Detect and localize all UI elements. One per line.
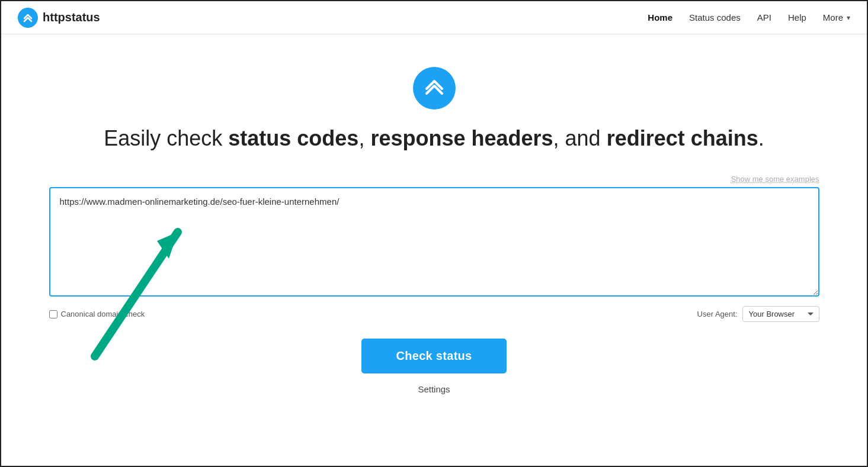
hero-title: Easily check status codes, response head… [104, 126, 764, 151]
nav-link-api[interactable]: API [757, 12, 771, 22]
nav-links: Home Status codes API Help More ▾ [648, 12, 850, 23]
options-row: Canonical domain check User Agent: Your … [49, 306, 819, 322]
brand-name: httpstatus [43, 11, 100, 24]
nav-link-status-codes[interactable]: Status codes [689, 12, 741, 22]
canonical-check-label[interactable]: Canonical domain check [49, 310, 145, 318]
hero-title-end: . [758, 126, 764, 150]
hero-section: Easily check status codes, response head… [1, 34, 867, 175]
canonical-checkbox[interactable] [49, 310, 57, 318]
nav-link-more[interactable]: More ▾ [823, 12, 850, 22]
check-status-button[interactable]: Check status [361, 339, 506, 373]
brand-icon [18, 8, 38, 28]
nav-link-home[interactable]: Home [648, 12, 672, 22]
hero-logo [413, 67, 456, 109]
hero-title-bold3: redirect chains [607, 126, 758, 150]
hero-title-bold1: status codes [228, 126, 358, 150]
url-textarea-wrapper: https://www.madmen-onlinemarketing.de/se… [49, 187, 819, 299]
examples-link-button[interactable]: Show me some examples [731, 175, 819, 183]
settings-row: Settings [49, 384, 819, 394]
user-agent-row: User Agent: Your Browser Googlebot Bingb… [697, 306, 819, 322]
hero-title-sep1: , [358, 126, 370, 150]
main-content: Show me some examples https://www.madmen… [25, 175, 843, 394]
nav-link-help[interactable]: Help [788, 12, 806, 22]
hero-title-plain: Easily check [104, 126, 228, 150]
nav-item-more[interactable]: More ▾ [823, 12, 850, 22]
nav-item-status-codes[interactable]: Status codes [689, 12, 741, 23]
url-input[interactable]: https://www.madmen-onlinemarketing.de/se… [49, 187, 819, 297]
nav-more-label: More [823, 12, 843, 22]
nav-item-help[interactable]: Help [788, 12, 806, 23]
canonical-check-text: Canonical domain check [61, 310, 145, 318]
page-wrapper: httpstatus Home Status codes API Help Mo… [1, 1, 867, 394]
examples-link-row: Show me some examples [49, 175, 819, 183]
user-agent-label: User Agent: [697, 310, 738, 318]
check-btn-row: Check status [49, 339, 819, 373]
navbar: httpstatus Home Status codes API Help Mo… [1, 1, 867, 34]
user-agent-select[interactable]: Your Browser Googlebot Bingbot Custom [742, 306, 819, 322]
brand: httpstatus [18, 8, 100, 28]
nav-item-api[interactable]: API [757, 12, 771, 23]
settings-link[interactable]: Settings [418, 384, 450, 394]
chevron-down-icon: ▾ [847, 14, 850, 22]
hero-title-bold2: response headers [370, 126, 553, 150]
hero-title-sep2: , and [553, 126, 607, 150]
nav-item-home[interactable]: Home [648, 12, 672, 23]
